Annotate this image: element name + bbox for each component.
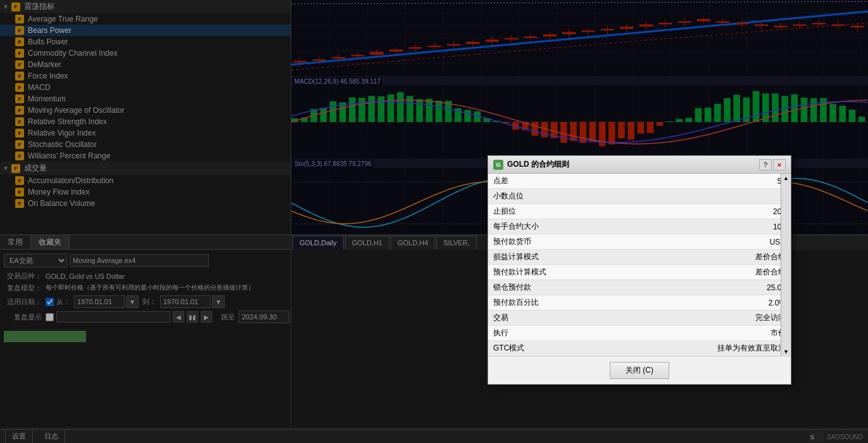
dialog-row-value: 25.00 <box>623 280 791 295</box>
scroll-up-btn[interactable]: ▲ <box>783 174 789 183</box>
dialog-content-area: 点差50小数点位2止损位200每手合约大小100预付款货币USD损益计算模式差价… <box>488 174 791 356</box>
dialog-help-btn[interactable]: ? <box>759 159 772 170</box>
dialog-row: 锁仓预付款25.00 <box>488 280 791 295</box>
dialog-row-value: 2.0% <box>623 295 791 311</box>
dialog-row-value: USD <box>623 234 791 250</box>
contract-dialog: G GOLD 的合约细则 ? × 点差50小数点位2止损位200每手合约大小10… <box>487 155 791 385</box>
dialog-row: 损益计算模式差价合约 <box>488 250 791 265</box>
dialog-row-value: 市价 <box>623 326 791 341</box>
dialog-row-label: 每手合约大小 <box>488 219 623 234</box>
dialog-row-value: 完全访问 <box>623 311 791 326</box>
dialog-row: 预付款计算模式差价合约 <box>488 265 791 280</box>
dialog-row: 点差50 <box>488 174 791 189</box>
dialog-row-value: 100 <box>623 219 791 234</box>
scroll-down-btn[interactable]: ▼ <box>783 347 789 356</box>
dialog-row-label: 止损位 <box>488 204 623 219</box>
dialog-row-label: 预付款计算模式 <box>488 265 623 280</box>
dialog-row-label: 损益计算模式 <box>488 250 623 265</box>
dialog-row-value: 2 <box>623 189 791 204</box>
dialog-row-label: 执行 <box>488 326 623 341</box>
dialog-close-btn[interactable]: × <box>773 159 786 170</box>
dialog-row-label: GTC模式 <box>488 341 623 356</box>
dialog-row-value: 50 <box>623 174 791 189</box>
dialog-footer: 关闭 (C) <box>488 356 791 384</box>
dialog-title-bar: G GOLD 的合约细则 ? × <box>488 156 791 174</box>
dialog-title-icon: G <box>493 160 503 170</box>
dialog-row: 预付款百分比2.0% <box>488 295 791 311</box>
close-dialog-button[interactable]: 关闭 (C) <box>610 362 669 379</box>
dialog-row-label: 预付款货币 <box>488 234 623 250</box>
dialog-row: 止损位200 <box>488 204 791 219</box>
dialog-row-label: 小数点位 <box>488 189 623 204</box>
dialog-row: 小数点位2 <box>488 189 791 204</box>
dialog-row-label: 交易 <box>488 311 623 326</box>
dialog-row: 每手合约大小100 <box>488 219 791 234</box>
dialog-row-label: 锁仓预付款 <box>488 280 623 295</box>
dialog-row: 执行市价 <box>488 326 791 341</box>
dialog-row: 预付款货币USD <box>488 234 791 250</box>
dialog-row: 交易完全访问 <box>488 311 791 326</box>
dialog-row-label: 点差 <box>488 174 623 189</box>
dialog-row-value: 差价合约 <box>623 250 791 265</box>
dialog-row: GTC模式挂单为有效直至取消 <box>488 341 791 356</box>
dialog-title: GOLD 的合约细则 <box>507 159 758 170</box>
dialog-row-value: 差价合约 <box>623 265 791 280</box>
dialog-row-value: 挂单为有效直至取消 <box>623 341 791 356</box>
dialog-row-value: 200 <box>623 204 791 219</box>
dialog-table: 点差50小数点位2止损位200每手合约大小100预付款货币USD损益计算模式差价… <box>488 174 791 356</box>
scroll-indicator: ▲ ▼ <box>781 174 791 356</box>
dialog-row-label: 预付款百分比 <box>488 295 623 311</box>
